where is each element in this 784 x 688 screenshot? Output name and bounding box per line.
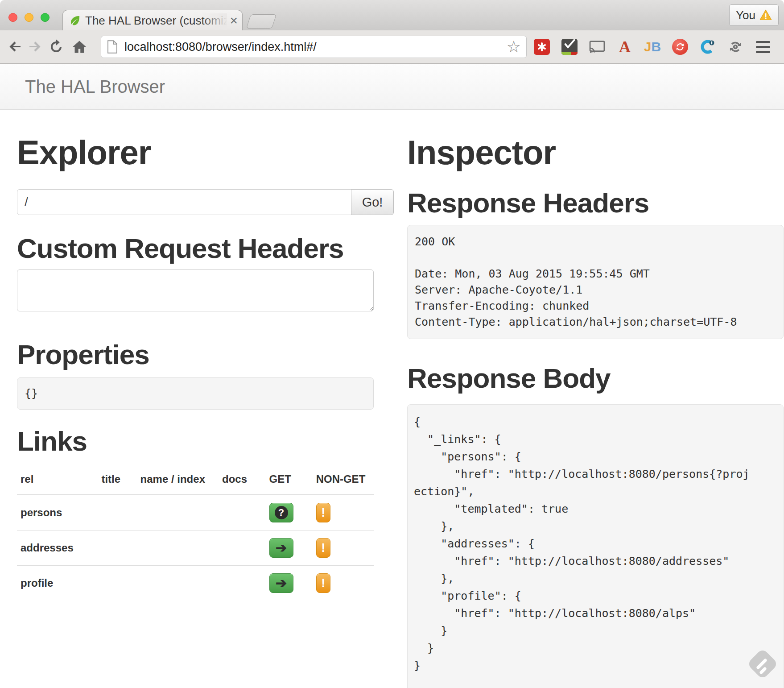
links-title: Links <box>17 427 394 456</box>
home-button[interactable] <box>70 37 89 57</box>
minimize-window-button[interactable] <box>25 13 33 22</box>
get-templated-button[interactable]: ? <box>269 503 293 522</box>
checkmark-extension-strip <box>561 52 578 55</box>
forward-button[interactable] <box>25 37 45 57</box>
get-follow-button[interactable]: ➔ <box>269 573 293 593</box>
question-icon: ? <box>275 506 288 519</box>
table-row-persons: persons ? ! <box>17 495 374 531</box>
response-headers-block: 200 OK Date: Mon, 03 Aug 2015 19:55:45 G… <box>407 225 784 339</box>
exclamation-icon: ! <box>321 576 325 590</box>
page-icon <box>107 40 118 54</box>
explorer-path-input[interactable] <box>17 189 351 215</box>
extension-icons: A JB <box>534 39 771 55</box>
explorer-panel: Explorer Go! Custom Request Headers Prop… <box>17 110 394 688</box>
table-row-addresses: addresses ➔ ! <box>17 531 374 566</box>
exclamation-icon: ! <box>321 506 325 520</box>
response-headers-title: Response Headers <box>407 188 784 218</box>
docs-cell <box>219 531 266 566</box>
arrow-right-icon: ➔ <box>276 576 287 590</box>
tab-strip: The HAL Browser (customiz × You <box>0 0 784 30</box>
arrow-right-icon: ➔ <box>276 541 287 555</box>
docs-cell <box>219 566 266 601</box>
links-table-header: rel title name / index docs GET NON-GET <box>17 464 374 495</box>
col-title: title <box>98 464 136 495</box>
url-input[interactable] <box>124 40 526 54</box>
custom-request-headers-input[interactable] <box>17 269 374 311</box>
table-row-profile: profile ➔ ! <box>17 566 374 601</box>
title-cell <box>98 531 136 566</box>
close-window-button[interactable] <box>8 13 17 22</box>
col-docs: docs <box>219 464 266 495</box>
custom-request-headers-title: Custom Request Headers <box>17 234 394 263</box>
non-get-button[interactable]: ! <box>316 503 330 522</box>
col-get: GET <box>266 464 313 495</box>
inspector-panel: Inspector Response Headers 200 OK Date: … <box>407 110 784 688</box>
exclamation-icon: ! <box>321 541 325 555</box>
properties-value: {} <box>17 377 374 410</box>
lastpass-extension-icon[interactable] <box>534 39 550 55</box>
profile-button[interactable]: You <box>729 4 779 26</box>
checkmark-extension-icon[interactable] <box>561 39 578 55</box>
a-extension-icon[interactable]: A <box>617 39 633 55</box>
go-button[interactable]: Go! <box>351 189 394 215</box>
app-brand: The HAL Browser <box>25 77 165 97</box>
rel-cell: persons <box>17 495 98 531</box>
title-cell <box>98 495 136 531</box>
browser-toolbar: ☆ A JB <box>0 30 784 64</box>
response-body-title: Response Body <box>407 364 784 393</box>
warning-icon <box>759 9 772 21</box>
new-tab-button[interactable] <box>246 14 276 29</box>
blue-ring-extension-icon[interactable] <box>700 39 716 55</box>
explorer-title: Explorer <box>17 135 394 170</box>
browser-tab[interactable]: The HAL Browser (customiz × <box>62 10 243 30</box>
inspector-title: Inspector <box>407 135 784 170</box>
name-index-cell <box>137 566 219 601</box>
properties-title: Properties <box>17 340 394 369</box>
chromecast-extension-icon[interactable] <box>589 39 605 55</box>
sync-red-extension-icon[interactable] <box>672 39 688 55</box>
docs-cell <box>219 495 266 531</box>
name-index-cell <box>137 531 219 566</box>
window-controls <box>8 13 50 22</box>
sync-history-extension-icon[interactable] <box>727 39 743 55</box>
jb-extension-icon[interactable]: JB <box>644 39 660 55</box>
back-button[interactable] <box>5 37 25 57</box>
profile-name: You <box>736 8 755 22</box>
col-non-get: NON-GET <box>313 464 374 495</box>
col-name-index: name / index <box>137 464 219 495</box>
rel-cell: profile <box>17 566 98 601</box>
reload-button[interactable] <box>46 37 66 57</box>
menu-icon[interactable] <box>755 39 771 55</box>
explorer-address-row: Go! <box>17 189 394 215</box>
non-get-button[interactable]: ! <box>316 538 330 558</box>
close-tab-icon[interactable]: × <box>230 14 238 27</box>
col-rel: rel <box>17 464 98 495</box>
spring-leaf-favicon <box>69 14 81 26</box>
page-content: Explorer Go! Custom Request Headers Prop… <box>0 110 784 688</box>
tab-title: The HAL Browser (customiz <box>85 13 227 28</box>
app-navbar: The HAL Browser <box>0 64 784 110</box>
zoom-window-button[interactable] <box>41 13 50 22</box>
name-index-cell <box>137 495 219 531</box>
bookmark-star-icon[interactable]: ☆ <box>507 39 521 55</box>
non-get-button[interactable]: ! <box>316 573 330 593</box>
get-follow-button[interactable]: ➔ <box>269 538 293 558</box>
browser-window: The HAL Browser (customiz × You <box>0 0 784 688</box>
title-cell <box>98 566 136 601</box>
address-bar[interactable]: ☆ <box>101 36 527 58</box>
rel-cell: addresses <box>17 531 98 566</box>
links-table: rel title name / index docs GET NON-GET … <box>17 464 374 601</box>
response-body-block: { "_links": { "persons": { "href": "http… <box>407 404 784 688</box>
feedly-mini-button[interactable] <box>746 647 780 681</box>
